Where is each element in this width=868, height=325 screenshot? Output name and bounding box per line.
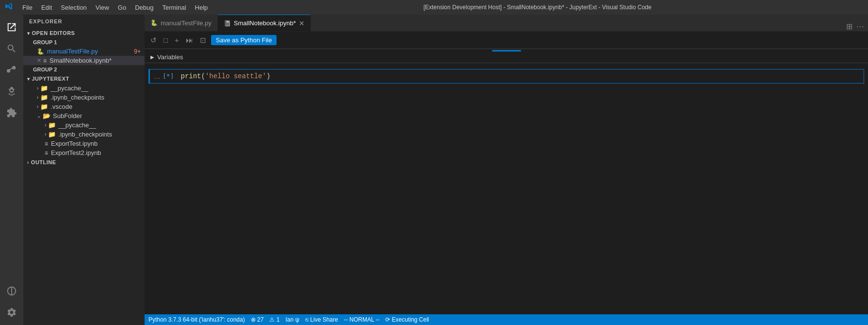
group2-label: GROUP 2	[23, 65, 145, 74]
variables-bar[interactable]: ▶ Variables	[145, 51, 868, 63]
outline-chevron: ›	[27, 160, 29, 165]
activity-bar	[0, 15, 23, 325]
status-live-share[interactable]: ⎋ Live Share	[305, 316, 338, 323]
status-warnings[interactable]: ⚠ 1	[269, 316, 279, 323]
group1-label: GROUP 1	[23, 38, 145, 47]
editor-area: 🐍 manualTestFile.py 📓 SmallNotebook.ipyn…	[145, 15, 868, 325]
outline-label: OUTLINE	[31, 159, 56, 165]
status-python-text: Python 3.7.3 64-bit ('ianhu37': conda)	[148, 316, 245, 323]
explorer-header: EXPLORER	[23, 15, 145, 28]
menu-view[interactable]: View	[92, 3, 113, 12]
tab-manual-test[interactable]: 🐍 manualTestFile.py	[145, 15, 218, 31]
status-errors[interactable]: ⊗ 27	[251, 316, 264, 323]
title-bar: File Edit Selection View Go Debug Termin…	[0, 0, 868, 15]
notebook-icon-exporttest2: ≡	[45, 150, 48, 156]
jupyterext-header[interactable]: ▾ JUPYTEREXT	[23, 74, 145, 84]
vscode-logo	[5, 2, 13, 12]
add-cell-btn[interactable]: +	[173, 35, 181, 45]
status-mode-text: -- NORMAL --	[344, 316, 380, 323]
tab-notebook[interactable]: 📓 SmallNotebook.ipynb* ✕	[218, 15, 311, 31]
notebook-filename: SmallNotebook.ipynb*	[49, 57, 112, 64]
open-editor-notebook[interactable]: ✕ ≡ SmallNotebook.ipynb*	[23, 56, 145, 65]
folder-icon-sub-checkpoints: 📁	[48, 131, 56, 138]
menu-bar: File Edit Selection View Go Debug Termin…	[18, 3, 212, 12]
activity-debug[interactable]	[3, 83, 20, 100]
interrupt-btn[interactable]: □	[162, 35, 170, 45]
folder-ipynb-checkpoints-name: .ipynb_checkpoints	[50, 94, 104, 101]
outline-header[interactable]: › OUTLINE	[23, 157, 145, 167]
activity-search[interactable]	[3, 40, 20, 57]
folder-chevron3: ›	[37, 104, 38, 109]
restart-kernel-btn[interactable]: ↺	[148, 35, 159, 46]
status-mode: -- NORMAL --	[344, 316, 380, 323]
jupyterext-section: ▾ JUPYTEREXT › 📁 __pycache__ › 📁 .ipynb_…	[23, 74, 145, 157]
cell-context-menu[interactable]: …	[154, 72, 161, 80]
folder-subfolder[interactable]: ⌄ 📂 SubFolder	[23, 111, 145, 120]
tab-close-btn[interactable]: ✕	[299, 19, 305, 27]
file-export-test2[interactable]: ≡ ExportTest2.ipynb	[23, 148, 145, 157]
code-cell[interactable]: … [*] print('hello seattle')	[148, 69, 864, 84]
open-editor-manual-test[interactable]: 🐍 manualTestFile.py 9+	[23, 47, 145, 56]
menu-terminal[interactable]: Terminal	[158, 3, 190, 12]
menu-go[interactable]: Go	[114, 3, 130, 12]
folder-ipynb-checkpoints[interactable]: › 📁 .ipynb_checkpoints	[23, 93, 145, 102]
folder-vscode[interactable]: › 📁 .vscode	[23, 102, 145, 111]
status-user[interactable]: Ian ψ	[285, 316, 299, 323]
python-file-icon: 🐍	[37, 48, 44, 55]
tab-notebook-label: SmallNotebook.ipynb*	[234, 19, 296, 27]
menu-selection[interactable]: Selection	[57, 3, 90, 12]
notebook-content: … [*] print('hello seattle')	[145, 63, 868, 314]
cell-status: [*]	[163, 72, 174, 80]
manual-test-badge: 9+	[134, 48, 141, 55]
outline-section: › OUTLINE	[23, 157, 145, 167]
close-icon[interactable]: ✕	[37, 57, 41, 64]
cell-code[interactable]: print('hello seattle')	[177, 69, 864, 83]
main-container: EXPLORER ▾ OPEN EDITORS GROUP 1 🐍 manual…	[0, 15, 868, 325]
folder-sub-checkpoints[interactable]: › 📁 .ipynb_checkpoints	[23, 130, 145, 139]
split-editor-btn[interactable]: ⊞	[846, 22, 852, 31]
activity-explorer[interactable]	[3, 18, 20, 36]
status-executing: ⟳ Executing Cell	[385, 316, 429, 323]
folder-sub-pycache-name: __pycache__	[58, 121, 96, 129]
more-actions-btn[interactable]: ⋯	[856, 22, 864, 31]
activity-extensions[interactable]	[3, 104, 20, 121]
menu-edit[interactable]: Edit	[37, 3, 56, 12]
file-export-test-name: ExportTest.ipynb	[51, 140, 98, 147]
folder-sub-chevron: ›	[45, 122, 46, 128]
variables-chevron: ▶	[150, 54, 154, 60]
code-function: print	[180, 72, 201, 80]
open-editors-header[interactable]: ▾ OPEN EDITORS	[23, 28, 145, 38]
status-bar: Python 3.7.3 64-bit ('ianhu37': conda) ⊗…	[145, 314, 868, 325]
tab-notebook-icon: 📓	[224, 20, 231, 27]
menu-file[interactable]: File	[18, 3, 36, 12]
status-errors-text: ⊗ 27	[251, 316, 264, 323]
folder-icon-checkpoints: 📁	[40, 94, 48, 101]
folder-vscode-name: .vscode	[50, 103, 72, 110]
notebook-icon-exporttest: ≡	[45, 140, 48, 147]
activity-settings[interactable]	[3, 304, 20, 321]
window-title: [Extension Development Host] - SmallNote…	[212, 4, 863, 11]
menu-help[interactable]: Help	[191, 3, 212, 12]
activity-source-control[interactable]	[3, 61, 20, 79]
status-live-share-text: ⎋ Live Share	[305, 316, 338, 323]
tab-manual-test-label: manualTestFile.py	[161, 19, 212, 27]
folder-icon-pycache: 📁	[40, 85, 48, 92]
folder-chevron: ›	[37, 86, 38, 91]
save-as-python-btn[interactable]: Save as Python File	[211, 35, 277, 45]
open-editors-chevron: ▾	[27, 31, 30, 36]
status-python[interactable]: Python 3.7.3 64-bit ('ianhu37': conda)	[148, 316, 245, 323]
folder-subfolder-name: SubFolder	[53, 112, 82, 120]
notebook-file-icon: ≡	[43, 57, 47, 64]
folder-pycache[interactable]: › 📁 __pycache__	[23, 84, 145, 93]
variable-explorer-btn[interactable]: ⊡	[198, 35, 208, 46]
jupyterext-chevron: ▾	[27, 76, 30, 82]
activity-remote[interactable]	[3, 282, 20, 300]
file-export-test[interactable]: ≡ ExportTest.ipynb	[23, 139, 145, 148]
menu-debug[interactable]: Debug	[131, 3, 157, 12]
folder-sub-pycache[interactable]: › 📁 __pycache__	[23, 120, 145, 130]
file-export-test2-name: ExportTest2.ipynb	[51, 149, 101, 156]
tab-bar: 🐍 manualTestFile.py 📓 SmallNotebook.ipyn…	[145, 15, 868, 32]
status-warnings-text: ⚠ 1	[269, 316, 279, 323]
variables-label: Variables	[157, 53, 183, 61]
run-all-btn[interactable]: ⏭	[184, 35, 195, 45]
